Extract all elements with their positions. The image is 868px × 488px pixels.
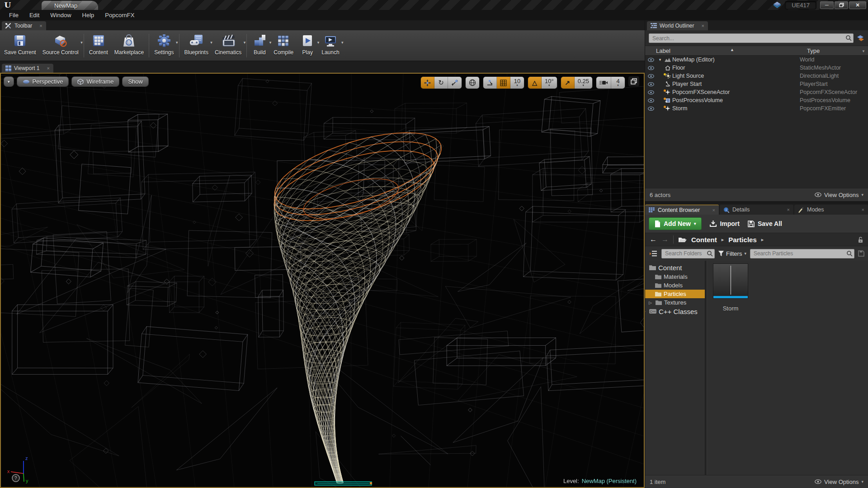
close-button[interactable]: ✕ [849,1,866,9]
import-button[interactable]: Import [710,220,740,227]
chevron-down-icon[interactable]: ▾ [176,40,178,45]
crumb-sep-icon[interactable]: ▸ [761,237,764,243]
tree-item-cpp-classes[interactable]: ▷ C++ C++ Classes [645,307,705,316]
close-icon[interactable]: × [39,23,42,28]
menu-window[interactable]: Window [45,10,76,20]
close-icon[interactable]: × [862,207,864,212]
tree-item-textures[interactable]: ▷ Textures [645,298,705,307]
breadcrumb-particles[interactable]: Particles [728,236,757,244]
outliner-row-player-start[interactable]: Player Start PlayerStart [645,80,868,88]
minimize-button[interactable]: ─ [820,1,834,9]
asset-storm[interactable]: Storm [712,263,750,312]
angle-snap-button[interactable]: △ [528,77,542,89]
rotate-snap-value[interactable]: 10° ▾ [542,77,557,89]
add-new-button[interactable]: Add New ▾ [649,217,702,230]
outliner-search-input[interactable] [649,33,854,43]
forward-button[interactable]: → [661,235,669,244]
move-tool-button[interactable] [421,77,434,89]
maximize-viewport-button[interactable] [628,76,639,86]
tree-item-materials[interactable]: Materials [645,272,705,281]
column-label[interactable]: Label [645,47,807,54]
caret-expanded-icon[interactable]: ▾ [645,265,647,270]
launch-button[interactable]: Launch ▾ [318,32,342,56]
content-browser-view-options-button[interactable]: View Options ▾ [815,479,863,485]
save-search-icon[interactable] [858,250,864,257]
breadcrumb-content[interactable]: Content [691,236,717,244]
viewport-options-button[interactable]: ▾ [4,76,14,87]
close-icon[interactable]: × [787,207,790,212]
eye-icon[interactable] [645,82,657,86]
close-icon[interactable]: × [47,66,49,71]
menu-file[interactable]: File [4,10,24,20]
search-assets-input[interactable] [750,249,854,258]
translate-snap-value[interactable]: 10 ▾ [510,77,524,89]
surface-snap-button[interactable] [483,77,497,89]
column-type[interactable]: Type [807,47,868,54]
perspective-button[interactable]: Perspective [17,76,69,87]
eye-icon[interactable] [645,107,657,111]
menu-popcornfx[interactable]: PopcornFX [99,10,140,20]
play-button[interactable]: Play ▾ [297,32,318,56]
outliner-row-postprocessvolume[interactable]: PostProcessVolume PostProcessVolume [645,96,868,104]
menu-help[interactable]: Help [77,10,100,20]
show-button[interactable]: Show [122,76,149,87]
cinematics-button[interactable]: Cinematics ▾ [212,32,245,56]
eye-icon[interactable] [645,90,657,94]
restore-button[interactable] [835,1,848,9]
build-button[interactable]: Build ▾ [249,32,270,56]
chevron-down-icon[interactable]: ▾ [80,40,83,45]
outliner-view-options-button[interactable]: View Options ▾ [815,192,863,198]
tab-details[interactable]: i Details × [720,205,793,215]
compile-button[interactable]: Compile [270,32,297,56]
tree-item-models[interactable]: Models [645,281,705,290]
tab-content-browser[interactable]: Content Browser × [645,205,719,215]
close-icon[interactable]: × [701,23,704,28]
layers-icon[interactable] [856,35,864,42]
globe-button[interactable] [466,77,479,89]
source-control-button[interactable]: Source Control ▾ [39,32,82,56]
menu-edit[interactable]: Edit [24,10,45,20]
tree-item-particles[interactable]: Particles [645,290,705,298]
filters-button[interactable]: Filters ▾ [718,250,746,257]
chevron-down-icon[interactable]: ▾ [341,40,344,45]
eye-icon[interactable] [645,99,657,103]
save-all-button[interactable]: Save All [748,220,782,227]
outliner-row-newmap[interactable]: ▾ NewMap (Editor) World [645,56,868,64]
outliner-row-floor[interactable]: Floor StaticMeshActor [645,64,868,72]
grid-snap-button[interactable] [497,77,510,89]
scale-tool-button[interactable] [448,77,462,89]
eye-icon[interactable] [645,66,657,70]
camera-speed-value[interactable]: 4 ▾ [611,77,625,89]
level-tab[interactable]: NewMap [42,1,98,10]
chevron-down-icon[interactable]: ▾ [244,40,246,45]
lock-icon[interactable] [858,236,863,243]
settings-button[interactable]: Settings ▾ [151,32,177,56]
tab-modes[interactable]: Modes × [794,205,868,215]
expand-caret-icon[interactable]: ▾ [657,57,663,62]
content-button[interactable]: Content [86,32,111,56]
scale-snap-button[interactable]: ↗ [561,77,575,89]
viewport-canvas[interactable] [1,74,644,488]
outliner-row-popcornfxsceneactor[interactable]: PopcornFXSceneActor PopcornFXSceneActor [645,88,868,96]
save-current-button[interactable]: Save Current [1,32,39,56]
outliner-row-light-source[interactable]: Light Source DirectionalLight [645,72,868,80]
blueprints-button[interactable]: Blueprints ▾ [181,32,212,56]
eye-icon[interactable] [645,74,657,78]
outliner-row-storm[interactable]: Storm PopcornFXEmitter [645,104,868,113]
wireframe-button[interactable]: Wireframe [71,76,119,87]
type-filter-icon[interactable]: ▼ [862,49,865,53]
viewport-tab[interactable]: Viewport 1 × [2,64,53,73]
caret-collapsed-icon[interactable]: ▷ [645,309,647,314]
sources-panel-toggle[interactable] [649,251,658,257]
caret-collapsed-icon[interactable]: ▷ [649,300,653,305]
back-button[interactable]: ← [650,235,657,244]
viewport[interactable]: ▾ Perspective Wireframe Show [0,73,645,488]
tree-item-content[interactable]: ▾ Content [645,263,705,272]
rotate-tool-button[interactable]: ↻ [434,77,448,89]
close-icon[interactable]: × [712,207,715,213]
toolbar-tab[interactable]: Toolbar × [2,21,46,30]
eye-icon[interactable] [645,58,657,62]
marketplace-button[interactable]: U Marketplace [111,32,147,56]
world-outliner-tab[interactable]: World Outliner × [647,21,708,30]
scale-snap-value[interactable]: 0.25 ▾ [575,77,592,89]
